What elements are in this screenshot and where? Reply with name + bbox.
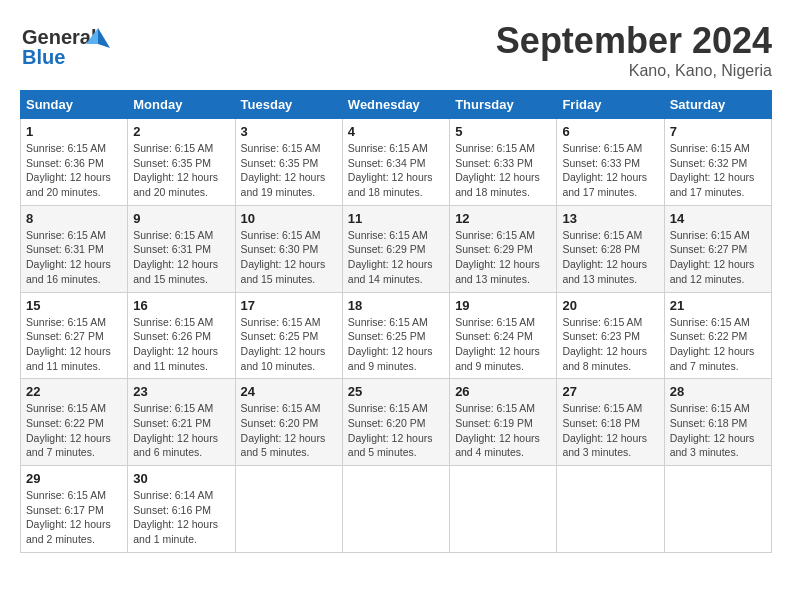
day-info: Sunrise: 6:15 AM Sunset: 6:20 PM Dayligh… (241, 401, 337, 460)
day-number: 11 (348, 211, 444, 226)
calendar-cell: 20 Sunrise: 6:15 AM Sunset: 6:23 PM Dayl… (557, 292, 664, 379)
day-number: 6 (562, 124, 658, 139)
day-number: 24 (241, 384, 337, 399)
day-number: 27 (562, 384, 658, 399)
calendar-week-row: 15 Sunrise: 6:15 AM Sunset: 6:27 PM Dayl… (21, 292, 772, 379)
calendar-cell: 14 Sunrise: 6:15 AM Sunset: 6:27 PM Dayl… (664, 205, 771, 292)
day-info: Sunrise: 6:15 AM Sunset: 6:22 PM Dayligh… (26, 401, 122, 460)
day-number: 4 (348, 124, 444, 139)
calendar-cell: 25 Sunrise: 6:15 AM Sunset: 6:20 PM Dayl… (342, 379, 449, 466)
day-info: Sunrise: 6:15 AM Sunset: 6:18 PM Dayligh… (562, 401, 658, 460)
calendar-cell: 24 Sunrise: 6:15 AM Sunset: 6:20 PM Dayl… (235, 379, 342, 466)
day-header-wednesday: Wednesday (342, 91, 449, 119)
day-info: Sunrise: 6:15 AM Sunset: 6:31 PM Dayligh… (26, 228, 122, 287)
calendar-cell: 17 Sunrise: 6:15 AM Sunset: 6:25 PM Dayl… (235, 292, 342, 379)
day-number: 9 (133, 211, 229, 226)
day-info: Sunrise: 6:15 AM Sunset: 6:25 PM Dayligh… (241, 315, 337, 374)
calendar-cell: 13 Sunrise: 6:15 AM Sunset: 6:28 PM Dayl… (557, 205, 664, 292)
day-info: Sunrise: 6:15 AM Sunset: 6:35 PM Dayligh… (133, 141, 229, 200)
day-info: Sunrise: 6:15 AM Sunset: 6:20 PM Dayligh… (348, 401, 444, 460)
calendar-cell: 1 Sunrise: 6:15 AM Sunset: 6:36 PM Dayli… (21, 119, 128, 206)
calendar-table: SundayMondayTuesdayWednesdayThursdayFrid… (20, 90, 772, 553)
day-number: 25 (348, 384, 444, 399)
logo: General Blue (20, 20, 110, 74)
calendar-cell: 10 Sunrise: 6:15 AM Sunset: 6:30 PM Dayl… (235, 205, 342, 292)
calendar-cell: 30 Sunrise: 6:14 AM Sunset: 6:16 PM Dayl… (128, 466, 235, 553)
calendar-week-row: 29 Sunrise: 6:15 AM Sunset: 6:17 PM Dayl… (21, 466, 772, 553)
calendar-cell: 23 Sunrise: 6:15 AM Sunset: 6:21 PM Dayl… (128, 379, 235, 466)
day-info: Sunrise: 6:15 AM Sunset: 6:28 PM Dayligh… (562, 228, 658, 287)
calendar-cell: 27 Sunrise: 6:15 AM Sunset: 6:18 PM Dayl… (557, 379, 664, 466)
calendar-cell: 19 Sunrise: 6:15 AM Sunset: 6:24 PM Dayl… (450, 292, 557, 379)
day-info: Sunrise: 6:15 AM Sunset: 6:21 PM Dayligh… (133, 401, 229, 460)
logo-icon: General Blue (20, 20, 110, 70)
calendar-cell (664, 466, 771, 553)
calendar-cell: 2 Sunrise: 6:15 AM Sunset: 6:35 PM Dayli… (128, 119, 235, 206)
calendar-cell: 15 Sunrise: 6:15 AM Sunset: 6:27 PM Dayl… (21, 292, 128, 379)
month-title: September 2024 (496, 20, 772, 62)
day-number: 15 (26, 298, 122, 313)
day-info: Sunrise: 6:15 AM Sunset: 6:31 PM Dayligh… (133, 228, 229, 287)
day-info: Sunrise: 6:15 AM Sunset: 6:24 PM Dayligh… (455, 315, 551, 374)
calendar-cell: 21 Sunrise: 6:15 AM Sunset: 6:22 PM Dayl… (664, 292, 771, 379)
day-number: 10 (241, 211, 337, 226)
day-header-saturday: Saturday (664, 91, 771, 119)
calendar-cell (450, 466, 557, 553)
day-info: Sunrise: 6:15 AM Sunset: 6:32 PM Dayligh… (670, 141, 766, 200)
calendar-week-row: 1 Sunrise: 6:15 AM Sunset: 6:36 PM Dayli… (21, 119, 772, 206)
calendar-week-row: 8 Sunrise: 6:15 AM Sunset: 6:31 PM Dayli… (21, 205, 772, 292)
day-info: Sunrise: 6:15 AM Sunset: 6:26 PM Dayligh… (133, 315, 229, 374)
title-block: September 2024 Kano, Kano, Nigeria (496, 20, 772, 80)
calendar-cell: 12 Sunrise: 6:15 AM Sunset: 6:29 PM Dayl… (450, 205, 557, 292)
calendar-cell: 8 Sunrise: 6:15 AM Sunset: 6:31 PM Dayli… (21, 205, 128, 292)
calendar-cell: 3 Sunrise: 6:15 AM Sunset: 6:35 PM Dayli… (235, 119, 342, 206)
day-info: Sunrise: 6:15 AM Sunset: 6:27 PM Dayligh… (670, 228, 766, 287)
day-header-sunday: Sunday (21, 91, 128, 119)
calendar-week-row: 22 Sunrise: 6:15 AM Sunset: 6:22 PM Dayl… (21, 379, 772, 466)
day-number: 1 (26, 124, 122, 139)
day-info: Sunrise: 6:15 AM Sunset: 6:25 PM Dayligh… (348, 315, 444, 374)
day-number: 14 (670, 211, 766, 226)
day-header-thursday: Thursday (450, 91, 557, 119)
day-info: Sunrise: 6:15 AM Sunset: 6:27 PM Dayligh… (26, 315, 122, 374)
calendar-header-row: SundayMondayTuesdayWednesdayThursdayFrid… (21, 91, 772, 119)
day-info: Sunrise: 6:15 AM Sunset: 6:30 PM Dayligh… (241, 228, 337, 287)
day-number: 21 (670, 298, 766, 313)
day-number: 19 (455, 298, 551, 313)
page-header: General Blue September 2024 Kano, Kano, … (20, 20, 772, 80)
calendar-cell (557, 466, 664, 553)
calendar-cell: 6 Sunrise: 6:15 AM Sunset: 6:33 PM Dayli… (557, 119, 664, 206)
day-header-friday: Friday (557, 91, 664, 119)
day-number: 17 (241, 298, 337, 313)
day-number: 16 (133, 298, 229, 313)
day-info: Sunrise: 6:15 AM Sunset: 6:17 PM Dayligh… (26, 488, 122, 547)
calendar-cell: 16 Sunrise: 6:15 AM Sunset: 6:26 PM Dayl… (128, 292, 235, 379)
day-number: 3 (241, 124, 337, 139)
svg-text:General: General (22, 26, 96, 48)
day-number: 2 (133, 124, 229, 139)
day-info: Sunrise: 6:15 AM Sunset: 6:36 PM Dayligh… (26, 141, 122, 200)
day-info: Sunrise: 6:15 AM Sunset: 6:33 PM Dayligh… (455, 141, 551, 200)
svg-marker-2 (98, 28, 110, 48)
day-number: 20 (562, 298, 658, 313)
calendar-cell: 11 Sunrise: 6:15 AM Sunset: 6:29 PM Dayl… (342, 205, 449, 292)
day-info: Sunrise: 6:15 AM Sunset: 6:35 PM Dayligh… (241, 141, 337, 200)
day-info: Sunrise: 6:15 AM Sunset: 6:18 PM Dayligh… (670, 401, 766, 460)
calendar-cell: 18 Sunrise: 6:15 AM Sunset: 6:25 PM Dayl… (342, 292, 449, 379)
day-number: 18 (348, 298, 444, 313)
day-number: 30 (133, 471, 229, 486)
day-header-tuesday: Tuesday (235, 91, 342, 119)
day-number: 29 (26, 471, 122, 486)
day-number: 28 (670, 384, 766, 399)
calendar-cell: 28 Sunrise: 6:15 AM Sunset: 6:18 PM Dayl… (664, 379, 771, 466)
day-number: 7 (670, 124, 766, 139)
calendar-cell (342, 466, 449, 553)
day-info: Sunrise: 6:14 AM Sunset: 6:16 PM Dayligh… (133, 488, 229, 547)
calendar-cell (235, 466, 342, 553)
day-number: 5 (455, 124, 551, 139)
day-info: Sunrise: 6:15 AM Sunset: 6:22 PM Dayligh… (670, 315, 766, 374)
calendar-cell: 29 Sunrise: 6:15 AM Sunset: 6:17 PM Dayl… (21, 466, 128, 553)
day-info: Sunrise: 6:15 AM Sunset: 6:33 PM Dayligh… (562, 141, 658, 200)
day-header-monday: Monday (128, 91, 235, 119)
day-info: Sunrise: 6:15 AM Sunset: 6:23 PM Dayligh… (562, 315, 658, 374)
